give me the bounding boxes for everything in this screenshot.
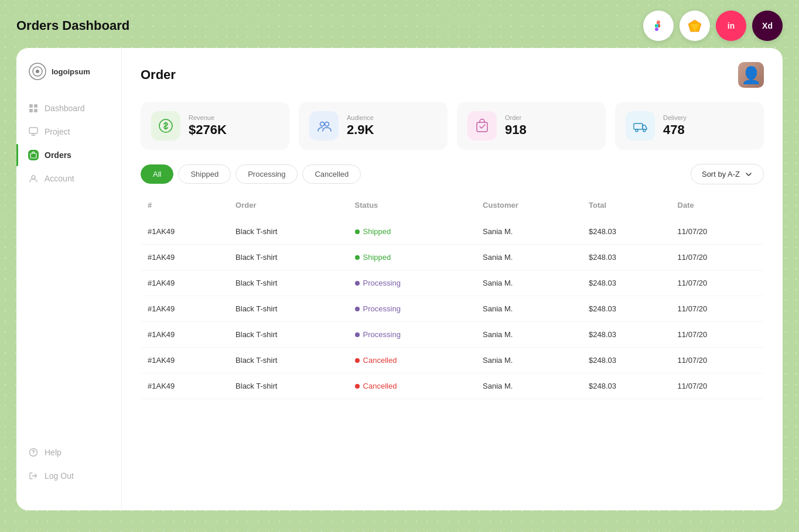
stat-info-order: Order 918 bbox=[505, 114, 527, 138]
table-row[interactable]: #1AK49 Black T-shirt Shipped Sania M. $2… bbox=[141, 219, 764, 245]
cell-date: 11/07/20 bbox=[671, 219, 764, 245]
cell-status: Shipped bbox=[348, 245, 476, 270]
svg-rect-9 bbox=[29, 109, 33, 112]
logo-text: logoipsum bbox=[52, 67, 90, 76]
svg-rect-7 bbox=[29, 104, 33, 108]
logout-icon bbox=[28, 471, 39, 481]
cell-customer: Sania M. bbox=[476, 219, 582, 245]
top-bar: Orders Dashboard in Xd bbox=[0, 0, 799, 48]
logo: logoipsum bbox=[16, 62, 121, 97]
stat-card-revenue: Revenue $276K bbox=[141, 102, 289, 150]
stat-value-delivery: 478 bbox=[663, 122, 687, 138]
cell-total: $248.03 bbox=[582, 322, 671, 348]
page-title: Orders Dashboard bbox=[16, 18, 129, 33]
filter-tabs: All Shipped Processing Cancelled bbox=[141, 164, 361, 184]
stat-label-delivery: Delivery bbox=[663, 114, 687, 121]
svg-point-18 bbox=[325, 122, 329, 126]
sidebar-item-orders[interactable]: Orders bbox=[16, 144, 121, 166]
main-card: logoipsum Dashboard bbox=[16, 48, 783, 510]
status-dot bbox=[355, 307, 360, 311]
svg-rect-10 bbox=[34, 109, 37, 112]
stat-card-order: Order 918 bbox=[457, 102, 606, 150]
invision-icon[interactable]: in bbox=[716, 11, 746, 41]
toolbar-icons: in Xd bbox=[643, 11, 783, 41]
cell-status: Processing bbox=[348, 322, 476, 348]
sidebar-label-help: Help bbox=[45, 448, 62, 457]
cell-date: 11/07/20 bbox=[671, 245, 764, 270]
sketch-icon[interactable] bbox=[680, 11, 710, 41]
status-dot bbox=[355, 229, 360, 234]
cell-status: Shipped bbox=[348, 219, 476, 245]
col-header-order: Order bbox=[228, 196, 348, 219]
sidebar-item-account[interactable]: Account bbox=[16, 167, 121, 190]
col-header-total: Total bbox=[582, 196, 671, 219]
cell-customer: Sania M. bbox=[476, 322, 582, 348]
cell-status: Cancelled bbox=[348, 348, 476, 373]
cell-order: Black T-shirt bbox=[228, 245, 348, 270]
cell-order: Black T-shirt bbox=[228, 270, 348, 296]
filter-processing[interactable]: Processing bbox=[235, 164, 298, 184]
xd-icon[interactable]: Xd bbox=[752, 11, 783, 41]
cell-status: Processing bbox=[348, 296, 476, 322]
stat-label-revenue: Revenue bbox=[189, 114, 227, 121]
filter-shipped[interactable]: Shipped bbox=[178, 164, 231, 184]
cell-id: #1AK49 bbox=[141, 348, 228, 373]
svg-rect-8 bbox=[34, 104, 37, 108]
sidebar-item-dashboard[interactable]: Dashboard bbox=[16, 97, 121, 119]
sidebar-item-project[interactable]: Project bbox=[16, 121, 121, 143]
col-header-id: # bbox=[141, 196, 228, 219]
svg-point-21 bbox=[636, 129, 638, 132]
xd-label: Xd bbox=[762, 21, 773, 30]
table-row[interactable]: #1AK49 Black T-shirt Shipped Sania M. $2… bbox=[141, 245, 764, 270]
status-dot bbox=[355, 384, 360, 389]
svg-point-15 bbox=[33, 454, 34, 455]
stat-label-order: Order bbox=[505, 114, 527, 121]
status-dot bbox=[355, 255, 360, 260]
cell-date: 11/07/20 bbox=[671, 348, 764, 373]
svg-point-22 bbox=[643, 129, 646, 132]
cell-id: #1AK49 bbox=[141, 270, 228, 296]
cell-order: Black T-shirt bbox=[228, 219, 348, 245]
content-header: Order bbox=[141, 62, 764, 88]
cell-id: #1AK49 bbox=[141, 219, 228, 245]
avatar[interactable] bbox=[738, 62, 764, 88]
sidebar-item-logout[interactable]: Log Out bbox=[16, 465, 121, 487]
sort-button[interactable]: Sort by A-Z bbox=[691, 164, 764, 184]
filter-all[interactable]: All bbox=[141, 164, 173, 184]
table-row[interactable]: #1AK49 Black T-shirt Processing Sania M.… bbox=[141, 296, 764, 322]
table-row[interactable]: #1AK49 Black T-shirt Processing Sania M.… bbox=[141, 270, 764, 296]
status-dot bbox=[355, 332, 360, 337]
cell-total: $248.03 bbox=[582, 245, 671, 270]
account-icon bbox=[28, 173, 39, 184]
figma-icon[interactable] bbox=[643, 11, 674, 41]
audience-icon bbox=[309, 111, 339, 140]
cell-status: Processing bbox=[348, 270, 476, 296]
table-row[interactable]: #1AK49 Black T-shirt Cancelled Sania M. … bbox=[141, 348, 764, 373]
cell-total: $248.03 bbox=[582, 348, 671, 373]
stat-card-audience: Audience 2.9K bbox=[299, 102, 448, 150]
cell-order: Black T-shirt bbox=[228, 296, 348, 322]
filter-row: All Shipped Processing Cancelled Sort by… bbox=[141, 164, 764, 184]
cell-customer: Sania M. bbox=[476, 373, 582, 399]
stat-info-delivery: Delivery 478 bbox=[663, 114, 687, 138]
sidebar-label-project: Project bbox=[45, 127, 70, 136]
svg-point-13 bbox=[32, 176, 35, 179]
table-row[interactable]: #1AK49 Black T-shirt Processing Sania M.… bbox=[141, 322, 764, 348]
stat-info-audience: Audience 2.9K bbox=[347, 114, 374, 138]
filter-cancelled[interactable]: Cancelled bbox=[302, 164, 361, 184]
stat-value-order: 918 bbox=[505, 122, 527, 138]
sidebar-item-help[interactable]: Help bbox=[16, 441, 121, 464]
col-header-date: Date bbox=[671, 196, 764, 219]
table-row[interactable]: #1AK49 Black T-shirt Cancelled Sania M. … bbox=[141, 373, 764, 399]
sidebar: logoipsum Dashboard bbox=[16, 48, 122, 510]
stat-value-audience: 2.9K bbox=[347, 122, 374, 138]
cell-total: $248.03 bbox=[582, 219, 671, 245]
stat-value-revenue: $276K bbox=[189, 122, 227, 138]
cell-order: Black T-shirt bbox=[228, 373, 348, 399]
sidebar-label-dashboard: Dashboard bbox=[45, 104, 85, 113]
cell-total: $248.03 bbox=[582, 373, 671, 399]
sort-label: Sort by A-Z bbox=[702, 170, 740, 179]
content-title: Order bbox=[141, 67, 176, 83]
cell-id: #1AK49 bbox=[141, 296, 228, 322]
cell-customer: Sania M. bbox=[476, 270, 582, 296]
